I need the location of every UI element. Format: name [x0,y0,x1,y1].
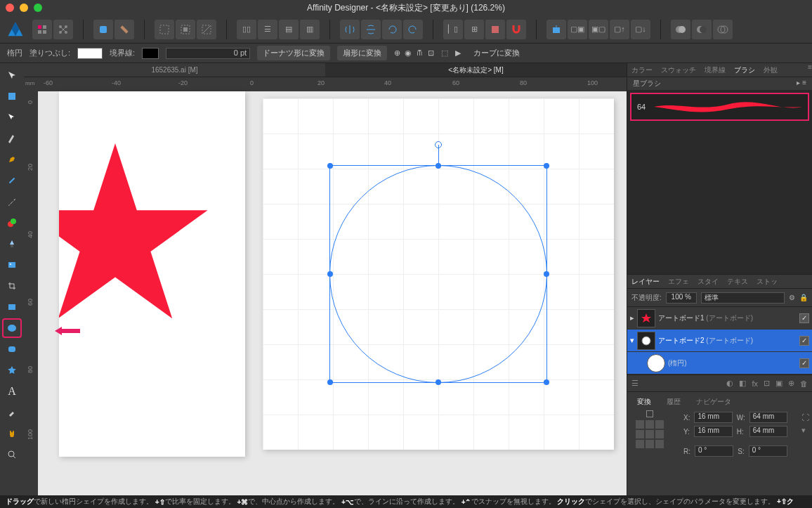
stroke-swatch[interactable] [142,48,159,59]
brush-menu-icon[interactable]: ▸ ≡ [797,79,806,89]
brush-tool[interactable] [3,193,21,211]
rounded-rect-tool[interactable] [3,340,21,358]
h-field[interactable]: 64 mm [749,426,787,437]
rotate-ccw-button[interactable] [382,20,402,39]
ruler-unit[interactable]: mm [24,77,38,91]
tab-appearance[interactable]: 外観 [759,63,782,77]
text-tool[interactable]: A [3,382,21,400]
distribute-h-button[interactable]: ▯▯ [237,20,256,39]
eyedropper-tool[interactable] [3,403,21,422]
ctx-icon-6[interactable]: ▶ [455,48,461,58]
pencil-tool[interactable] [3,171,21,190]
tab-stock[interactable]: ストッ [752,275,782,288]
fx-icon[interactable]: fx [752,379,758,388]
convert-curve-button[interactable]: カーブに変換 [468,46,525,60]
insert-button[interactable] [546,20,566,39]
brush-item[interactable]: 64 [630,93,809,121]
ctx-icon-3[interactable]: ⫚ [416,48,424,58]
tab-layers[interactable]: レイヤー [627,275,664,288]
handle-tr[interactable] [544,163,549,169]
anchor-grid[interactable] [636,420,664,448]
handle-tl[interactable] [327,163,333,169]
move-back-button[interactable]: ▣▢ [589,20,608,39]
doc-tab-1[interactable]: 1652635.ai [M] [24,63,325,77]
tab-styles[interactable]: スタイ [693,275,723,288]
point-tool[interactable] [3,129,21,148]
handle-br[interactable] [544,379,549,385]
lock-icon[interactable]: 🔒 [799,294,808,301]
ctx-icon-4[interactable]: ⊡ [428,48,434,58]
doc-tab-2[interactable]: <名称未設定> [M] [325,63,627,77]
align-left-button[interactable]: ▏▯ [443,20,463,39]
boolean-subtract-button[interactable] [692,20,712,39]
x-field[interactable]: 16 mm [694,412,732,423]
expand-icon[interactable]: ▾ [630,336,634,345]
magnet-button[interactable] [506,20,526,39]
move-tool[interactable] [3,66,21,84]
tab-stroke[interactable]: 境界線 [700,63,730,77]
ctx-icon-2[interactable]: ◉ [405,48,412,58]
tab-effects[interactable]: エフェ [664,275,693,288]
opacity-field[interactable]: 100 % [666,292,697,304]
ctx-icon-5[interactable]: ⬚ [441,48,448,58]
y-field[interactable]: 16 mm [694,426,732,437]
handle-l[interactable] [327,271,333,277]
artboard-2[interactable] [263,98,614,450]
rotate-cw-button[interactable] [403,20,423,39]
layers-stack-icon[interactable]: ☰ [631,379,639,388]
convert-pie-button[interactable]: 扇形に変換 [337,46,387,60]
tab-transform[interactable]: 変換 [633,395,655,409]
snapping-button[interactable]: ⊞ [464,20,484,39]
tab-brushes[interactable]: ブラシ [730,63,759,77]
hand-tool[interactable] [3,424,21,443]
tab-history[interactable]: 履歴 [662,395,685,409]
pen-tool[interactable] [3,150,21,169]
s-field[interactable]: 0 ° [749,445,787,457]
convert-donut-button[interactable]: ドーナツ形に変換 [257,46,330,60]
tab-text[interactable]: テキス [723,275,752,288]
layer-row-ellipse[interactable]: (楕円) ✓ [627,352,812,375]
zoom-window-icon[interactable] [34,4,42,12]
arrange-h-button[interactable]: ▥ [300,20,320,39]
gear-icon[interactable]: ⚙ [789,294,795,301]
brush-category[interactable]: 星ブラシ [633,79,661,89]
visibility-checkbox[interactable]: ✓ [799,336,809,346]
flip-v-button[interactable] [361,20,381,39]
group-icon[interactable]: ▣ [775,379,782,388]
add-layer-icon[interactable]: ⊕ [788,379,794,388]
boolean-add-button[interactable] [671,20,690,39]
adjustment-icon[interactable]: ◧ [739,379,746,388]
handle-bl[interactable] [327,379,333,385]
w-field[interactable]: 64 mm [749,412,787,423]
panel-menu-icon[interactable]: ≡ [808,63,812,77]
tab-navigator[interactable]: ナビゲータ [692,395,735,409]
fill-swatch[interactable] [77,48,103,59]
preferences-button[interactable] [114,20,134,39]
zoom-tool[interactable] [3,445,21,464]
visibility-checkbox[interactable]: ✓ [799,313,809,323]
star-tool[interactable] [3,361,21,379]
arrange-v-button[interactable]: ▤ [279,20,299,39]
transparency-tool[interactable] [3,235,21,253]
blend-mode-field[interactable]: 標準 [701,292,785,304]
boolean-intersect-button[interactable] [713,20,733,39]
star-shape[interactable] [59,133,214,330]
place-image-tool[interactable] [3,256,21,274]
deselect-button[interactable] [197,20,216,39]
r-field[interactable]: 0 ° [695,445,733,457]
persona-pixel[interactable] [53,20,73,39]
handle-r[interactable] [544,271,549,277]
minimize-window-icon[interactable] [20,4,28,12]
visibility-checkbox[interactable]: ✓ [799,358,809,368]
link-wh-icon[interactable]: ⛶ [801,413,809,422]
flip-h-button[interactable] [340,20,360,39]
crop-layer-icon[interactable]: ⊡ [764,379,770,388]
move-forward-button[interactable]: ▢↑ [610,20,629,39]
dropdown-icon[interactable]: ▾ [801,426,809,435]
close-window-icon[interactable] [6,4,14,12]
mask-icon[interactable]: ◐ [726,379,733,388]
crop-tool[interactable] [3,277,21,295]
tab-color[interactable]: カラー [627,63,657,77]
select-same-button[interactable] [176,20,195,39]
handle-b[interactable] [436,379,441,385]
